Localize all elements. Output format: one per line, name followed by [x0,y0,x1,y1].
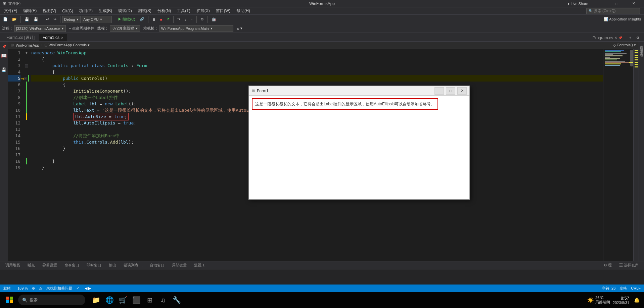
platform-dropdown[interactable]: Any CPU ▼ [82,16,112,23]
tab-form1-design[interactable]: Form1.cs [设计] [3,34,38,41]
thread-dropdown[interactable]: [8720] 主线程 ▼ [110,25,140,32]
tab-locals[interactable]: 局部变量 [169,262,189,268]
pause-btn[interactable]: ⏸ [150,16,157,23]
menu-test[interactable]: 测试(S) [135,7,154,14]
attach-btn[interactable]: 🔗 [138,16,146,23]
undo-btn[interactable]: ↩ [44,16,51,23]
toolbar-sep6 [173,16,174,23]
menu-git[interactable]: Git(G) [59,8,76,14]
process-dropdown[interactable]: [32120] WinFormsApp.exe ▼ [14,25,66,32]
step-over-btn[interactable]: ↷ [176,16,182,23]
main-toolbar: 📄 📂 💾 💾 ↩ ↪ Debug ▼ Any CPU ▼ ▶ 继续(C) 🔗 … [0,15,644,24]
lifecycle-btn[interactable]: ⑅ 生命周期事件 [67,25,96,32]
tab-breakpoints[interactable]: 断点 [25,262,38,268]
taskbar-cmd-icon[interactable]: ⬛ [130,294,142,306]
app-insights-btn[interactable]: 📊 Application Insights [602,16,643,23]
tab-auto[interactable]: 自动窗口 [147,262,167,268]
tab-new-btn[interactable]: + [627,34,634,41]
scrollbar-thumb[interactable] [630,50,633,66]
taskbar-music-icon[interactable]: ♫ [157,294,169,306]
redo-btn[interactable]: ↪ [52,16,58,23]
search-box[interactable]: 🔍 搜索 (Ctrl+Q) [586,8,640,14]
menu-debug[interactable]: 调试(D) [116,7,135,14]
menu-file[interactable]: 文件(F) [1,7,20,14]
restart-btn[interactable]: ↺ [165,16,171,23]
menu-analyze[interactable]: 分析(N) [155,7,174,14]
menu-edit[interactable]: 编辑(E) [20,7,39,14]
taskbar-explorer-icon[interactable]: 📁 [90,294,102,306]
menu-tools[interactable]: 工具(T) [174,7,193,14]
thread-label: 线程： [97,26,108,31]
stop-btn[interactable]: ■ [158,16,164,23]
maximize-btn[interactable]: □ [609,0,625,7]
new-project-btn[interactable]: 📄 [1,16,9,23]
tab-call-stack[interactable]: 调用堆栈 [3,262,23,268]
file-menu-shortcut: 文件(F) [8,1,20,6]
tab-form1-cs[interactable]: Form1.cs ✕ [39,34,67,41]
step-out-btn[interactable]: ↑ [189,16,195,23]
nav-class-dropdown[interactable]: ⊞ WinFormsApp.Controls ▾ [44,43,90,47]
line-num-4: 4 [8,69,20,75]
menu-view[interactable]: 视图(V) [40,7,59,14]
tab-pin-icon[interactable]: 📌 [618,36,622,40]
start-button[interactable] [3,293,16,307]
tab-reselect-icon[interactable]: ☰ 选择仓库 [616,262,641,268]
close-btn[interactable]: ✕ [626,0,641,7]
taskbar-other-icon[interactable]: 🔧 [171,294,183,306]
form1-maximize-btn[interactable]: □ [446,87,455,95]
mini-line-6 [605,57,610,58]
save-all-btn[interactable]: 💾 [32,16,40,23]
minimize-btn[interactable]: ─ [592,0,608,7]
sidebar-save-icon[interactable]: 💾 [1,66,7,73]
tab-command[interactable]: 命令窗口 [62,262,82,268]
weather-widget[interactable]: ☀️ 26°C 局部晴朗 [587,296,610,305]
open-btn[interactable]: 📂 [10,16,18,23]
sidebar-bookmark-icon[interactable]: 📖 [1,52,7,59]
save-btn[interactable]: 💾 [23,16,31,23]
scrollbar-track[interactable] [629,49,633,261]
form1-minimize-btn[interactable]: ─ [434,87,444,95]
tab-error-list[interactable]: 错误列表 ... [121,262,145,268]
mini-line-5 [605,55,623,56]
step-into-btn[interactable]: ↓ [183,16,188,23]
tab-settings-btn[interactable]: ⚙ [634,34,641,41]
menu-project[interactable]: 项目(P) [77,7,95,14]
form1-close-btn[interactable]: ✕ [457,87,467,95]
run-btn[interactable]: ▶ 继续(C) [116,16,137,23]
nav-arrows[interactable]: ◀ ▶ [85,286,91,291]
tab-form1-close-icon[interactable]: ✕ [61,36,63,40]
form1-label: 这是一段很长很长的文本，它将会超出Label控件的显示区域，使用AutoElli… [252,98,438,110]
nav-method-dropdown[interactable]: ◇ Controls() ▾ [613,43,636,47]
tab-program-cs-label: Program.cs [593,36,613,40]
tab-exception-settings[interactable]: 异常设置 [40,262,60,268]
tab-watch1[interactable]: 监视 1 [191,262,207,268]
tab-program-close-icon[interactable]: ✕ [614,36,617,40]
tab-program-cs[interactable]: Program.cs ✕ 📌 [589,34,626,41]
live-share-btn[interactable]: ♦ Live Share [565,2,591,6]
zoom-btn[interactable]: ⊙ [32,286,35,291]
notification-btn[interactable]: 🔔 [632,293,641,307]
taskbar-edge-icon[interactable]: 🌐 [103,294,116,306]
breakpoint-btn[interactable]: ⚙ [199,16,205,23]
collapse-1[interactable]: ▼ [25,51,28,55]
zoom-level[interactable]: 169 % [17,286,28,290]
tab-output[interactable]: 输出 [106,262,119,268]
menu-window[interactable]: 窗口(W) [213,7,233,14]
stack-nav-btn[interactable]: ▲▼ [235,25,245,32]
ai-btn[interactable]: 🤖 [210,16,218,23]
taskbar-store-icon[interactable]: 🛒 [117,294,129,306]
taskbar-vs-icon[interactable]: ⊞ [144,294,156,306]
tab-immediate[interactable]: 即时窗口 [84,262,104,268]
taskbar-search-box[interactable]: 🔍 搜索 [18,295,85,305]
menu-help[interactable]: 帮助(H) [234,7,253,14]
menu-build[interactable]: 生成(B) [96,7,115,14]
right-ind-5 [635,59,638,60]
clock-widget[interactable]: 8:57 2023/8/31 [613,296,629,305]
stack-dropdown[interactable]: WinFormsApp.Program.Main ▼ [159,25,233,32]
sidebar-pin-icon[interactable]: 📌 [1,43,7,50]
tab-manage-icon[interactable]: ⚙ 理 [601,262,614,268]
menu-extensions[interactable]: 扩展(X) [194,7,213,14]
process-bar: 进程： [32120] WinFormsApp.exe ▼ ⑅ 生命周期事件 线… [0,24,644,33]
build-config-dropdown[interactable]: Debug ▼ [62,16,81,23]
collapse-3[interactable]: – [25,64,28,67]
